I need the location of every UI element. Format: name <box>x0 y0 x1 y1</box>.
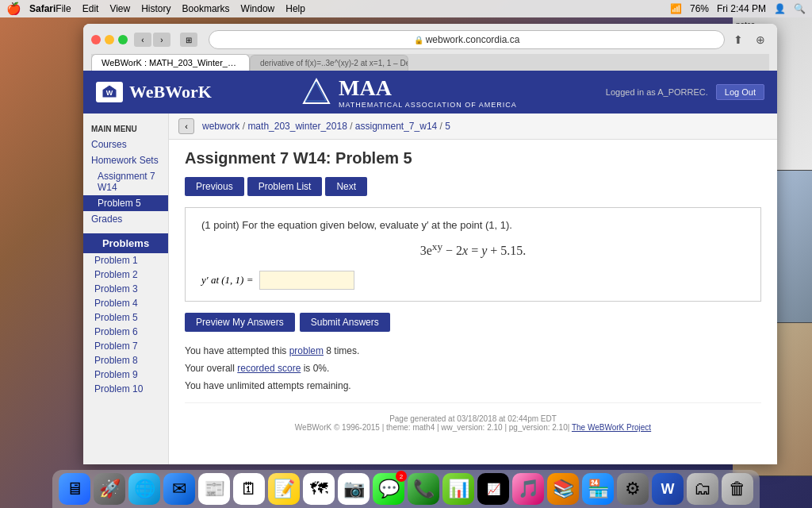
problem-box: (1 point) For the equation given below, … <box>185 207 761 302</box>
dock-notes[interactable]: 📝 <box>268 473 300 505</box>
page-footer: Page generated at 03/18/2018 at 02:44pm … <box>185 402 761 443</box>
sidebar-problem-8[interactable]: Problem 8 <box>83 353 168 368</box>
maa-full-name: MATHEMATICAL ASSOCIATION OF AMERICA <box>339 101 517 109</box>
dock-itunes[interactable]: 🎵 <box>512 473 544 505</box>
tab-symbolab[interactable]: derivative of f(x)=..3e^(xy)-2 at x=1, 1… <box>250 55 408 71</box>
browser-chrome: ‹ › ⊞ 🔒 webwork.concordia.ca ⬆ ⊕ WeBWorK… <box>83 24 777 71</box>
dock-safari[interactable]: 🌐 <box>128 473 160 505</box>
sidebar-assignment-link[interactable]: Assignment 7 W14 <box>83 168 168 195</box>
dock-photos[interactable]: 📷 <box>338 473 370 505</box>
problem-list-button[interactable]: Problem List <box>247 177 323 196</box>
sidebar-problem-4[interactable]: Problem 4 <box>83 296 168 310</box>
breadcrumb-course-link[interactable]: math_203_winter_2018 <box>247 121 347 132</box>
logout-button[interactable]: Log Out <box>716 84 764 100</box>
datetime-display: Fri 2:44 PM <box>717 3 766 14</box>
dock-word[interactable]: W <box>652 473 684 505</box>
sidebar: MAIN MENU Courses Homework Sets Assignme… <box>83 114 169 464</box>
sidebar-problem-5[interactable]: Problem 5 <box>83 310 168 325</box>
problem-area: Assignment 7 W14: Problem 5 Previous Pro… <box>169 140 777 452</box>
dock-calendar[interactable]: 🗓 <box>233 473 265 505</box>
webwork-logo-icon: W <box>101 83 118 101</box>
browser-window: ‹ › ⊞ 🔒 webwork.concordia.ca ⬆ ⊕ WeBWorK… <box>83 24 777 464</box>
sidebar-toggle-button[interactable]: ⊞ <box>180 33 197 47</box>
next-button[interactable]: Next <box>325 177 367 196</box>
breadcrumb-current: 5 <box>445 121 450 132</box>
webwork-logo-text: WeBWorK <box>129 82 212 102</box>
dock-ibooks[interactable]: 📚 <box>547 473 579 505</box>
edit-menu[interactable]: Edit <box>82 3 99 14</box>
dock-finder[interactable]: 🖥 <box>59 473 90 505</box>
maa-logo-icon <box>301 76 332 108</box>
sidebar-courses-link[interactable]: Courses <box>83 137 168 152</box>
breadcrumb-back-button[interactable]: ‹ <box>178 118 194 134</box>
sidebar-homework-link[interactable]: Homework Sets <box>83 152 168 168</box>
webwork-logo-area: W WeBWorK <box>96 82 212 102</box>
previous-button[interactable]: Previous <box>185 177 244 196</box>
menu-items: File Edit View History Bookmarks Window … <box>56 3 305 14</box>
preview-answers-button[interactable]: Preview My Answers <box>185 313 295 332</box>
address-bar[interactable]: 🔒 webwork.concordia.ca <box>209 30 725 49</box>
sidebar-grades-link[interactable]: Grades <box>83 211 168 227</box>
webwork-header: W WeBWorK MAA MATHEMATICAL ASSOCIATION O… <box>83 71 777 114</box>
content-area: ‹ webwork / math_203_winter_2018 / assig… <box>169 114 777 464</box>
window-menu[interactable]: Window <box>241 3 275 14</box>
dock-news[interactable]: 📰 <box>198 473 230 505</box>
history-menu[interactable]: History <box>141 3 170 14</box>
apple-menu[interactable]: 🍎 <box>6 2 21 16</box>
recorded-score-link[interactable]: recorded score <box>237 363 301 374</box>
nav-buttons: Previous Problem List Next <box>185 177 761 196</box>
dock-appstore[interactable]: 🏪 <box>582 473 614 505</box>
browser-titlebar: ‹ › ⊞ 🔒 webwork.concordia.ca ⬆ ⊕ <box>91 30 769 49</box>
dock-launchpad[interactable]: 🚀 <box>94 473 125 505</box>
attempt-info: You have attempted this problem 8 times.… <box>185 343 761 394</box>
add-tab-button[interactable]: ⊕ <box>752 31 769 48</box>
maximize-button[interactable] <box>118 35 128 44</box>
action-buttons: Preview My Answers Submit Answers <box>185 313 761 332</box>
webwork-project-link[interactable]: The WeBWorK Project <box>572 423 651 432</box>
bookmarks-menu[interactable]: Bookmarks <box>182 3 230 14</box>
dock-systemprefs[interactable]: ⚙ <box>617 473 649 505</box>
help-menu[interactable]: Help <box>285 3 305 14</box>
dock-trash[interactable]: 🗑 <box>722 473 753 505</box>
answer-input[interactable] <box>259 271 354 290</box>
dock-numbers[interactable]: 📊 <box>442 473 474 505</box>
sidebar-problem-10[interactable]: Problem 10 <box>83 382 168 396</box>
breadcrumb-assignment-link[interactable]: assignment_7_w14 <box>355 121 437 132</box>
sidebar-problem-6[interactable]: Problem 6 <box>83 325 168 339</box>
problem-link[interactable]: problem <box>289 345 324 356</box>
file-menu[interactable]: File <box>56 3 71 14</box>
back-button[interactable]: ‹ <box>134 33 151 47</box>
dock-finder2[interactable]: 🗂 <box>687 473 718 505</box>
problem-instructions: (1 point) For the equation given below, … <box>201 219 745 231</box>
dock-maps[interactable]: 🗺 <box>303 473 335 505</box>
tab-webwork[interactable]: WeBWorK : MATH_203_Winter_2018 : Assignm… <box>91 54 250 71</box>
view-menu[interactable]: View <box>109 3 130 14</box>
sidebar-problem-1[interactable]: Problem 1 <box>83 253 168 267</box>
sidebar-problem-2[interactable]: Problem 2 <box>83 267 168 282</box>
sidebar-active-problem[interactable]: Problem 5 <box>83 195 168 211</box>
user-icon[interactable]: 👤 <box>774 3 786 14</box>
dock: 🖥 🚀 🌐 ✉ 📰 🗓 📝 🗺 📷 💬 2 📞 📊 📈 🎵 📚 🏪 ⚙ W 🗂 … <box>52 470 760 508</box>
dock-mail[interactable]: ✉ <box>163 473 195 505</box>
desktop: 🍎 Safari File Edit View History Bookmark… <box>0 0 812 508</box>
main-layout: MAIN MENU Courses Homework Sets Assignme… <box>83 114 777 464</box>
dock-messages[interactable]: 💬 2 <box>373 473 404 505</box>
maa-text-area: MAA MATHEMATICAL ASSOCIATION OF AMERICA <box>339 75 517 109</box>
messages-badge: 2 <box>396 471 407 482</box>
answer-label: y′ at (1, 1) = <box>201 274 253 287</box>
breadcrumb-bar: ‹ webwork / math_203_winter_2018 / assig… <box>169 114 777 140</box>
sidebar-problem-7[interactable]: Problem 7 <box>83 339 168 353</box>
minimize-button[interactable] <box>105 35 114 44</box>
close-button[interactable] <box>91 35 101 44</box>
sidebar-problem-3[interactable]: Problem 3 <box>83 282 168 296</box>
attempt-line-3: You have unlimited attempts remaining. <box>185 378 761 395</box>
share-button[interactable]: ⬆ <box>730 31 747 48</box>
sidebar-problem-9[interactable]: Problem 9 <box>83 368 168 382</box>
search-icon[interactable]: 🔍 <box>794 3 806 14</box>
forward-button[interactable]: › <box>153 33 170 47</box>
mac-menubar: 🍎 Safari File Edit View History Bookmark… <box>0 0 812 17</box>
dock-stocks[interactable]: 📈 <box>477 473 509 505</box>
submit-answers-button[interactable]: Submit Answers <box>300 313 390 332</box>
breadcrumb-webwork-link[interactable]: webwork <box>202 121 239 132</box>
dock-facetime[interactable]: 📞 <box>408 473 439 505</box>
